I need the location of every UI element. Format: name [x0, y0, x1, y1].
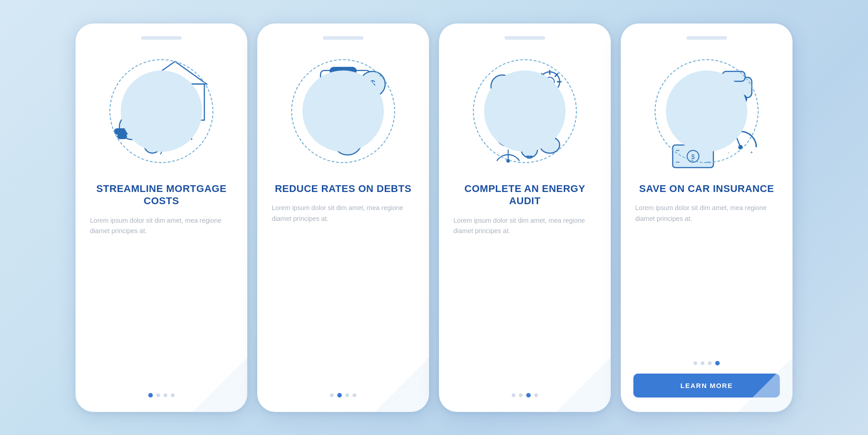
- phone-1-desc: Lorem ipsum dolor sit dim amet, mea regi…: [88, 215, 235, 237]
- phone-3-dots: [512, 393, 538, 398]
- illustration-energy: $: [462, 48, 588, 174]
- svg-text:+: +: [750, 150, 753, 155]
- phone-4-desc: Lorem ipsum dolor sit dim amet, mea regi…: [633, 203, 780, 225]
- phone-4-dots: [693, 361, 720, 365]
- phone-notch-3: [505, 36, 545, 40]
- dot[interactable]: [353, 393, 356, 397]
- dot[interactable]: [171, 393, 175, 397]
- phone-2-desc: Lorem ipsum dolor sit dim amet, mea regi…: [270, 203, 416, 225]
- phones-container: $ $ STREAMLINE MORTGAGE: [62, 10, 806, 426]
- phone-3-desc: Lorem ipsum dolor sit dim amet, mea regi…: [452, 215, 598, 237]
- illustration-car-insurance: - + $: [643, 48, 770, 174]
- illustration-debts: $ $: [280, 48, 406, 174]
- dot[interactable]: [708, 361, 712, 365]
- phone-2: $ $ REDUCE RATES ON DEBTS Lorem ipsum do…: [257, 23, 429, 412]
- dot[interactable]: [164, 393, 167, 397]
- phone-2-title: REDUCE RATES ON DEBTS: [275, 182, 411, 195]
- dot-active[interactable]: [526, 393, 531, 398]
- dot[interactable]: [345, 393, 349, 397]
- dot-active[interactable]: [148, 393, 153, 398]
- dot[interactable]: [534, 393, 538, 397]
- phone-notch-2: [323, 36, 363, 40]
- dot-active[interactable]: [715, 361, 720, 365]
- dot[interactable]: [156, 393, 160, 397]
- phone-1-dots: [148, 393, 175, 398]
- dot[interactable]: [519, 393, 523, 397]
- phone-3-title: COMPLETE AN ENERGY AUDIT: [452, 182, 598, 207]
- dot[interactable]: [693, 361, 697, 365]
- phone-1-title: STREAMLINE MORTGAGE COSTS: [88, 182, 235, 207]
- learn-more-button[interactable]: LEARN MORE: [633, 374, 780, 398]
- illustration-mortgage: $ $: [98, 48, 225, 174]
- phone-2-dots: [330, 393, 356, 398]
- phone-3: $: [439, 23, 611, 412]
- dot[interactable]: [512, 393, 515, 397]
- dot[interactable]: [330, 393, 334, 397]
- phone-4-title: SAVE ON CAR INSURANCE: [639, 182, 774, 195]
- dot[interactable]: [701, 361, 704, 365]
- phone-4: - + $ SAVE ON CAR INSURANCE Lorem ipsum …: [621, 23, 793, 412]
- dot-active[interactable]: [337, 393, 342, 398]
- phone-notch-4: [686, 36, 727, 40]
- phone-1: $ $ STREAMLINE MORTGAGE: [75, 23, 247, 412]
- phone-notch-1: [141, 36, 182, 40]
